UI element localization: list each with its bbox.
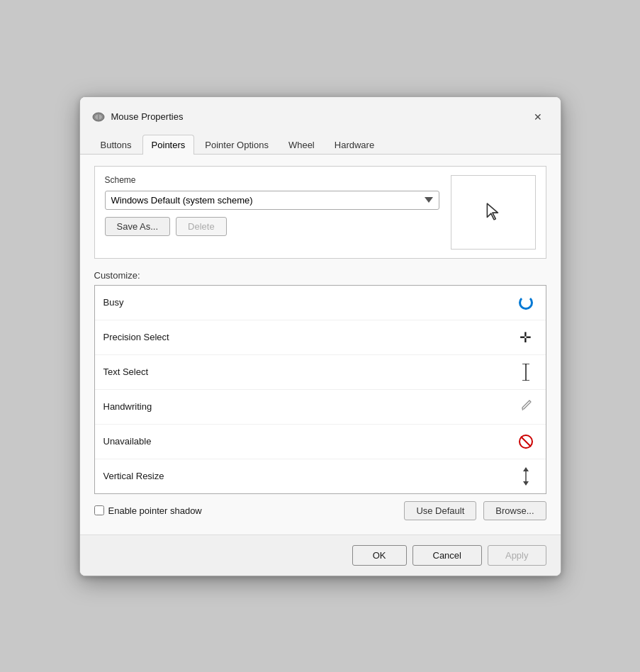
tab-wheel[interactable]: Wheel <box>279 135 324 155</box>
tab-buttons[interactable]: Buttons <box>91 135 141 155</box>
customize-list[interactable]: Busy Precision Select ✛ Text Select <box>94 285 546 494</box>
vertical-resize-icon <box>515 465 537 488</box>
list-item-precision-select[interactable]: Precision Select ✛ <box>95 320 546 355</box>
use-default-button[interactable]: Use Default <box>404 501 476 520</box>
list-item-handwriting[interactable]: Handwriting <box>95 390 546 425</box>
dialog-icon <box>91 111 106 123</box>
list-item-vertical-resize[interactable]: Vertical Resize <box>95 459 546 494</box>
pointer-shadow-label: Enable pointer shadow <box>108 505 202 516</box>
svg-marker-10 <box>523 481 529 486</box>
save-as-button[interactable]: Save As... <box>105 217 171 236</box>
scheme-left: Scheme Windows Default (system scheme) W… <box>105 175 439 236</box>
tab-pointers[interactable]: Pointers <box>142 135 195 155</box>
pointer-shadow-checkbox[interactable] <box>94 505 104 515</box>
list-item-text-select-label: Text Select <box>103 366 515 377</box>
list-item-precision-label: Precision Select <box>103 332 515 342</box>
main-content: Scheme Windows Default (system scheme) W… <box>80 155 561 534</box>
cancel-button[interactable]: Cancel <box>412 545 482 566</box>
text-select-icon <box>515 361 537 383</box>
pointer-shadow-checkbox-label[interactable]: Enable pointer shadow <box>94 505 398 516</box>
list-item-busy-label: Busy <box>103 297 515 308</box>
title-bar: Mouse Properties ✕ <box>80 97 561 134</box>
scheme-label: Scheme <box>105 175 439 185</box>
precision-select-icon: ✛ <box>515 326 537 349</box>
cursor-preview <box>451 175 536 250</box>
busy-cursor-icon <box>515 291 537 314</box>
apply-button[interactable]: Apply <box>488 545 546 566</box>
dialog-title: Mouse Properties <box>111 111 184 122</box>
title-bar-left: Mouse Properties <box>91 111 184 123</box>
svg-marker-9 <box>523 467 529 471</box>
browse-button[interactable]: Browse... <box>483 501 546 520</box>
list-item-unavailable[interactable]: Unavailable <box>95 425 546 459</box>
scheme-buttons: Save As... Delete <box>105 217 439 236</box>
tab-pointer-options[interactable]: Pointer Options <box>196 135 278 155</box>
close-button[interactable]: ✕ <box>527 106 549 128</box>
arrow-cursor-icon <box>485 202 501 222</box>
mouse-properties-dialog: Mouse Properties ✕ Buttons Pointers Poin… <box>79 96 561 576</box>
list-item-busy[interactable]: Busy <box>95 286 546 320</box>
list-item-vertical-resize-label: Vertical Resize <box>103 471 515 481</box>
handwriting-icon <box>515 396 537 418</box>
svg-line-7 <box>521 437 531 447</box>
delete-button[interactable]: Delete <box>176 217 227 236</box>
bottom-controls: Enable pointer shadow Use Default Browse… <box>94 501 546 520</box>
footer: OK Cancel Apply <box>80 534 561 576</box>
unavailable-icon <box>515 430 537 453</box>
ok-button[interactable]: OK <box>352 545 407 566</box>
list-item-text-select[interactable]: Text Select <box>95 355 546 390</box>
scheme-section: Scheme Windows Default (system scheme) W… <box>94 166 546 259</box>
list-item-handwriting-label: Handwriting <box>103 401 515 412</box>
customize-label: Customize: <box>94 270 546 281</box>
list-item-unavailable-label: Unavailable <box>103 436 515 447</box>
tab-hardware[interactable]: Hardware <box>325 135 383 155</box>
scheme-dropdown[interactable]: Windows Default (system scheme) Windows … <box>105 191 439 210</box>
tab-bar: Buttons Pointers Pointer Options Wheel H… <box>80 134 561 155</box>
